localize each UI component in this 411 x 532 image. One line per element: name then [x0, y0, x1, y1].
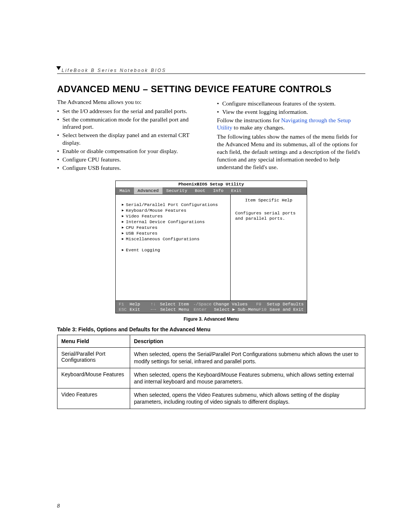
- key-action: Select ▶ Sub-Menu: [214, 307, 258, 312]
- bios-menu-item[interactable]: CPU Features: [122, 225, 226, 231]
- text: Follow the instructions for: [217, 117, 281, 123]
- table-cell-field: Video Features: [57, 388, 130, 409]
- explanatory-paragraph: The following tables show the names of t…: [217, 133, 365, 171]
- bullet: Set the I/O addresses for the serial and…: [57, 107, 206, 115]
- figure-caption: Figure 3. Advanced Menu: [57, 316, 365, 322]
- follow-instructions: Follow the instructions for Navigating t…: [217, 117, 365, 132]
- bios-menu-item[interactable]: Serial/Parallel Port Configurations: [122, 202, 226, 208]
- bullet: Configure USB features.: [57, 164, 206, 172]
- bios-title: PhoenixBIOS Setup Utility: [116, 181, 307, 187]
- bios-menu-pane: Serial/Parallel Port Configurations Keyb…: [116, 195, 231, 300]
- table-caption: Table 3: Fields, Options and Defaults fo…: [57, 326, 365, 332]
- bios-tab-advanced[interactable]: Advanced: [134, 187, 162, 194]
- table-row: Serial/Parallel Port Configurations When…: [57, 348, 365, 368]
- bios-help-pane: Item Specific Help Configures serial por…: [231, 195, 307, 300]
- bullet: Configure miscellaneous features of the …: [217, 100, 365, 107]
- bullet: Select between the display panel and an …: [57, 131, 206, 147]
- bios-tabbar: Main Advanced Security Boot Info Exit: [116, 187, 307, 194]
- bios-help-text: Configures serial ports and parallel por…: [235, 211, 302, 221]
- bios-tab-boot[interactable]: Boot: [191, 187, 209, 194]
- table-row: Keyboard/Mouse Features When selected, o…: [57, 368, 365, 388]
- key-label: F10: [259, 307, 267, 312]
- bios-tab-info[interactable]: Info: [209, 187, 228, 194]
- bios-footer: F1 Help ↑↓ Select Item -/Space Change Va…: [116, 300, 307, 313]
- table-cell-desc: When selected, opens the Serial/Parallel…: [130, 348, 365, 368]
- fields-table: Menu Field Description Serial/Parallel P…: [57, 335, 365, 409]
- table-cell-field: Keyboard/Mouse Features: [57, 368, 130, 388]
- key-label: Enter: [194, 307, 207, 312]
- table-cell-desc: When selected, opens the Keyboard/Mouse …: [130, 368, 365, 388]
- key-action: Setup Defaults: [267, 302, 304, 307]
- key-action: Select Item: [160, 302, 193, 307]
- key-action: Help: [129, 302, 150, 307]
- column-left: The Advanced Menu allows you to: Set the…: [57, 98, 206, 172]
- bullet-list-right: Configure miscellaneous features of the …: [217, 100, 365, 116]
- bios-tab-exit[interactable]: Exit: [227, 187, 245, 194]
- page-title: ADVANCED MENU – SETTING DEVICE FEATURE C…: [57, 84, 365, 94]
- header-rule: [57, 73, 365, 74]
- table-cell-desc: When selected, opens the Video Features …: [130, 388, 365, 409]
- table-header: Menu Field: [57, 335, 130, 348]
- bullet-list-left: Set the I/O addresses for the serial and…: [57, 107, 206, 172]
- bios-help-title: Item Specific Help: [235, 198, 302, 203]
- bios-menu-item[interactable]: Keyboard/Mouse Features: [122, 208, 226, 214]
- bullet: Set the communication mode for the paral…: [57, 116, 206, 131]
- table-header: Description: [130, 335, 365, 348]
- table-row: Video Features When selected, opens the …: [57, 388, 365, 409]
- key-label: ←→: [151, 307, 156, 312]
- bios-menu-item[interactable]: Miscellaneous Configurations: [122, 236, 226, 242]
- bios-figure: PhoenixBIOS Setup Utility Main Advanced …: [115, 181, 307, 313]
- key-label: ESC: [119, 307, 127, 312]
- key-label: F9: [256, 302, 261, 307]
- key-label: -/Space: [193, 302, 212, 307]
- bios-tab-security[interactable]: Security: [162, 187, 191, 194]
- key-action: Select Menu: [160, 307, 194, 312]
- column-right: Configure miscellaneous features of the …: [217, 98, 365, 172]
- running-head: LifeBook B Series Notebook BIOS: [62, 68, 166, 73]
- bullet: Configure CPU features.: [57, 156, 206, 163]
- bios-tab-main[interactable]: Main: [116, 187, 134, 194]
- key-label: F1: [119, 302, 124, 307]
- key-action: Save and Exit: [269, 307, 304, 312]
- table-cell-field: Serial/Parallel Port Configurations: [57, 348, 130, 368]
- bios-menu-item[interactable]: Internal Device Configurations: [122, 219, 226, 225]
- intro-text: The Advanced Menu allows you to:: [57, 98, 206, 106]
- bios-menu-item[interactable]: Event Logging: [122, 248, 226, 253]
- key-label: ↑↓: [151, 302, 156, 307]
- bios-menu-item[interactable]: Video Features: [122, 214, 226, 219]
- bullet: View the event logging information.: [217, 108, 365, 116]
- bullet: Enable or disable compensation for your …: [57, 147, 206, 155]
- key-action: Change Values: [213, 302, 256, 307]
- page-number: 8: [57, 503, 60, 509]
- key-action: Exit: [130, 307, 151, 312]
- text: to make any changes.: [232, 124, 284, 131]
- bios-menu-item[interactable]: USB Features: [122, 231, 226, 236]
